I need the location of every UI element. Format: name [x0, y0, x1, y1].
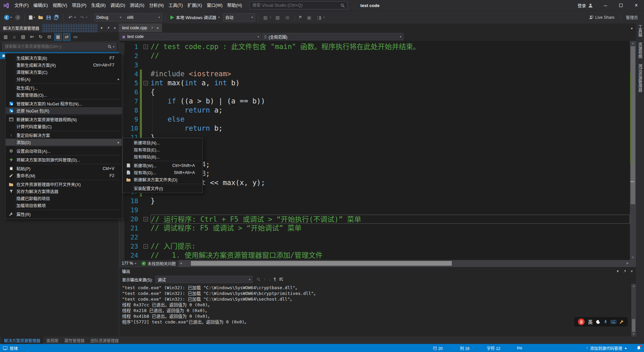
task-list-button[interactable]: ▣	[305, 13, 314, 22]
code-text[interactable]: {	[151, 151, 630, 160]
code-text[interactable]	[151, 206, 630, 215]
close-panel-icon[interactable]: ×	[113, 26, 116, 31]
right-tab-1[interactable]: 资源视图	[637, 42, 643, 58]
document-health-indicator[interactable]: ✓ 未找到相关问题	[139, 261, 178, 266]
add-submenu-item-0[interactable]: 新建项目(N)...	[123, 139, 202, 146]
tool-tab-0[interactable]: 解决方案资源管理器	[1, 337, 43, 344]
code-text[interactable]: // 运行程序: Ctrl + F5 或调试 > “开始执行(不调试)” 菜单	[151, 215, 630, 224]
step-buttons-group[interactable]: ▩	[273, 13, 282, 22]
navigate-forward-button[interactable]	[14, 13, 22, 22]
context-menu-item-11[interactable]: 新建解决方案资源管理器视图(N)	[6, 116, 122, 123]
menu-item-6[interactable]: 测试(S)	[127, 1, 147, 9]
window-position-icon[interactable]: ▾	[617, 269, 619, 273]
add-submenu-item-1[interactable]: 现有项目(E)...	[123, 146, 202, 153]
context-menu-item-15[interactable]: 添加(D)▸	[6, 139, 122, 146]
find-message-icon[interactable]	[257, 277, 261, 281]
sign-in-button[interactable]: 登录	[578, 2, 593, 9]
scroll-up-icon[interactable]: ▲	[631, 284, 636, 289]
scrollbar-thumb[interactable]	[631, 46, 635, 204]
breakpoint-gutter[interactable]	[119, 242, 124, 251]
context-menu-item-9[interactable]: 还原 NuGet 包(R)	[6, 107, 122, 114]
context-menu-item-3[interactable]: 分析(A)▸	[6, 76, 122, 83]
right-tab-2[interactable]: 测试资源管理器	[637, 64, 643, 92]
menu-item-3[interactable]: 项目(P)	[69, 1, 89, 9]
pending-changes-filter-icon[interactable]: ≡▾	[28, 33, 36, 41]
code-text[interactable]: // test code.cpp : 此文件包含 "main" 函数。程序执行将…	[151, 42, 630, 51]
breakpoint-gutter[interactable]	[119, 42, 124, 51]
menu-item-9[interactable]: 扩展(X)	[185, 1, 204, 9]
add-submenu-item-5[interactable]: 现有项(G)...Shift+Alt+A	[123, 169, 202, 176]
code-text[interactable]: #include <iostream>	[151, 70, 630, 79]
menu-item-8[interactable]: 工具(T)	[166, 1, 185, 9]
context-menu-item-17[interactable]: ⚙设置启动项目(A)...	[6, 147, 122, 155]
scroll-down-icon[interactable]: ▼	[631, 332, 636, 337]
close-panel-icon[interactable]: ×	[630, 269, 633, 274]
attach-mode-combo[interactable]: 自动▾	[223, 13, 255, 21]
code-text[interactable]	[151, 233, 630, 242]
quick-search-box[interactable]	[250, 1, 347, 9]
word-wrap-icon[interactable]: ¶	[274, 277, 276, 282]
solution-explorer-title-bar[interactable]: 解决方案资源管理器 ▾ ×	[0, 24, 119, 32]
menu-item-11[interactable]: 帮助(H)	[225, 1, 244, 9]
solution-explorer-search-box[interactable]: ▾	[2, 43, 117, 51]
add-to-source-control-button[interactable]: ↑ 添加到源代码管理 ▲	[586, 345, 627, 351]
add-submenu-item-4[interactable]: 新建项(W)...Ctrl+Shift+A	[123, 162, 202, 169]
start-debugging-button[interactable]: 本地 Windows 调试器 ▾	[168, 13, 222, 22]
hscrollbar-thumb[interactable]	[191, 261, 452, 266]
output-title-bar[interactable]: 输出 ▾ ×	[119, 267, 636, 275]
properties-icon[interactable]: ▭	[72, 33, 79, 41]
command-window-button[interactable]: ◨▾	[315, 13, 326, 22]
voice-input-icon[interactable]	[604, 319, 607, 324]
tab-test-code-cpp[interactable]: test code.cpp ×	[119, 24, 162, 32]
soft-keyboard-icon[interactable]	[611, 320, 616, 324]
code-text[interactable]: std::cout << max(x, y);	[151, 178, 630, 187]
code-text[interactable]: }	[151, 196, 630, 206]
add-submenu-item-2[interactable]: 现有网站(B)...	[123, 153, 202, 160]
nav-scope-combo[interactable]: {} (全局范围) ▾	[262, 33, 404, 40]
maximize-button[interactable]	[613, 0, 629, 11]
output-scrollbar[interactable]: ▲ ▼	[631, 284, 636, 337]
menu-item-0[interactable]: 文件(F)	[12, 1, 31, 9]
context-menu-item-21[interactable]: 粘贴(P)Ctrl+V	[6, 165, 122, 172]
navigate-back-button[interactable]: ▾	[3, 13, 13, 22]
auto-hide-pin-icon[interactable]	[106, 26, 110, 30]
next-message-icon[interactable]: ↓	[269, 277, 271, 282]
auto-hide-pin-icon[interactable]	[623, 269, 626, 273]
redo-button[interactable]: ↷▾	[78, 13, 89, 22]
code-text[interactable]: else	[151, 115, 630, 124]
context-menu-item-2[interactable]: 清理解决方案(C)	[6, 69, 122, 76]
notifications-button[interactable]	[637, 346, 641, 350]
context-menu-item-27[interactable]: 加载项目依赖项	[6, 202, 122, 209]
editor-vertical-scrollbar[interactable]: ▲ ▼	[630, 41, 636, 260]
context-menu-item-14[interactable]: ↑重定目标解决方案	[6, 132, 122, 139]
output-scrollbar-thumb[interactable]	[632, 319, 635, 332]
code-text[interactable]: //	[151, 51, 630, 60]
ime-language-toggle[interactable]: 英	[588, 318, 593, 325]
collapse-toggle-icon[interactable]: -	[144, 45, 148, 49]
menu-item-10[interactable]: 窗口(W)	[204, 1, 225, 9]
code-text[interactable]: int y = 8;	[151, 169, 630, 178]
scroll-left-icon[interactable]: ◀	[178, 260, 183, 267]
add-submenu-item-8[interactable]: 安装配置文件(I)	[123, 185, 202, 192]
menu-item-7[interactable]: 分析(N)	[147, 1, 166, 9]
document-list-dropdown-icon[interactable]: ▾	[631, 27, 636, 32]
context-menu-item-1[interactable]: 重新生成解决方案(R)Ctrl+Alt+F7	[6, 61, 122, 69]
menu-item-5[interactable]: 调试(D)	[108, 1, 127, 9]
context-menu-item-26[interactable]: 隐藏已卸载的项目	[6, 195, 122, 202]
code-text[interactable]: // 调试程序: F5 或调试 > “开始调试” 菜单	[151, 224, 630, 233]
breakpoint-gutter[interactable]	[119, 224, 124, 233]
tab-pin-icon[interactable]	[150, 26, 153, 30]
tool-tab-2[interactable]: 属性管理器	[61, 337, 88, 344]
tool-tab-3[interactable]: 团队资源管理器	[88, 337, 122, 344]
scroll-down-icon[interactable]: ▼	[630, 255, 636, 260]
quick-search-input[interactable]	[252, 3, 338, 8]
code-text[interactable]	[151, 60, 630, 70]
context-menu-item-12[interactable]: 计算代码度量值(C)	[6, 123, 122, 130]
sync-with-active-document-icon[interactable]: ⇄	[63, 33, 70, 41]
editor-horizontal-scrollbar[interactable]: ◀ ▶	[178, 260, 630, 267]
context-menu-item-29[interactable]: 属性(R)	[6, 211, 122, 218]
solution-platform-combo[interactable]: x86▾	[125, 13, 162, 21]
collection-icon[interactable]: ▤	[19, 33, 27, 41]
collapse-toggle-icon[interactable]: -	[144, 244, 148, 249]
code-text[interactable]: return a;	[151, 106, 630, 115]
